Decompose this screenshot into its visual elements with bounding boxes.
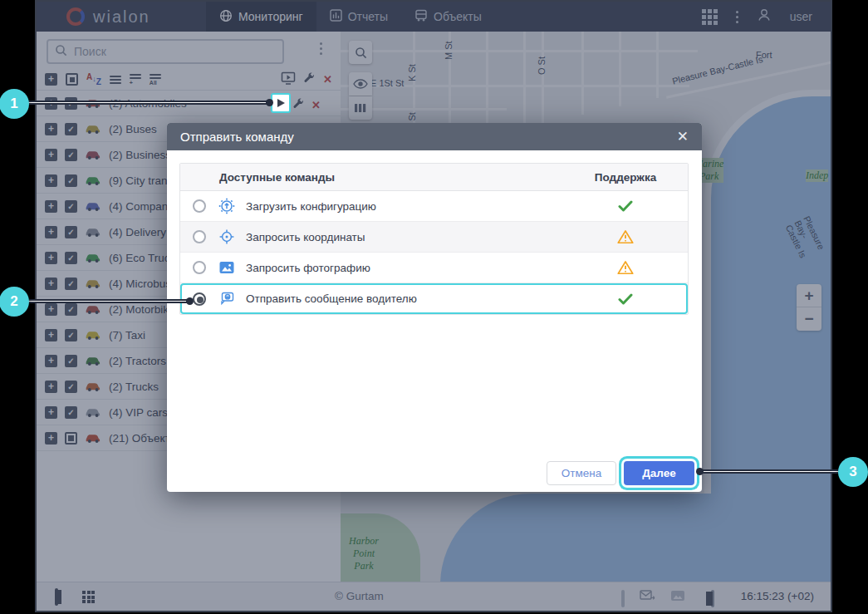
commands-table: Доступные команды Поддержка Загрузить ко… <box>179 163 689 315</box>
send-command-dialog: Отправить команду ✕ Доступные команды По… <box>167 123 702 492</box>
query-position-icon <box>218 228 235 245</box>
support-check-icon <box>563 200 688 212</box>
dialog-header: Отправить команду ✕ <box>167 123 702 150</box>
dialog-title: Отправить команду <box>180 130 294 144</box>
commands-table-header: Доступные команды Поддержка <box>180 164 688 191</box>
play-icon <box>277 99 285 107</box>
callout-badge-3: 3 <box>838 457 868 487</box>
callout-dot-3 <box>696 468 704 475</box>
query-photo-icon <box>218 259 235 276</box>
command-row[interactable]: Запросить координаты <box>180 222 688 253</box>
support-warning-icon <box>563 229 688 244</box>
command-radio-selected[interactable] <box>193 292 206 306</box>
cancel-button[interactable]: Отмена <box>547 461 616 485</box>
screenshot-stage: wialon МониторингОтчетыОбъекты user Поис… <box>0 0 868 614</box>
upload-config-icon <box>218 198 235 214</box>
callout-line-2 <box>12 299 188 303</box>
command-radio[interactable] <box>193 230 206 243</box>
support-check-icon <box>563 293 688 305</box>
command-label: Запросить фотографию <box>246 262 563 274</box>
support-column-header: Поддержка <box>563 171 688 184</box>
callout-dot-1 <box>266 99 273 106</box>
send-command-button[interactable] <box>271 93 291 113</box>
command-radio[interactable] <box>193 261 206 274</box>
support-warning-icon <box>563 260 688 275</box>
commands-column-header: Доступные команды <box>180 171 563 184</box>
command-row[interactable]: Отправить сообщение водителю <box>180 283 688 314</box>
command-label: Запросить координаты <box>246 231 563 243</box>
command-label: Загрузить конфигурацию <box>246 200 563 213</box>
callout-line-1 <box>12 101 270 105</box>
callout-dot-2 <box>186 297 194 305</box>
command-row[interactable]: Запросить фотографию <box>180 253 688 283</box>
command-label: Отправить сообщение водителю <box>246 292 563 305</box>
command-row[interactable]: Загрузить конфигурацию <box>180 191 688 222</box>
callout-badge-1: 1 <box>0 89 29 119</box>
callout-line-3 <box>699 469 841 474</box>
command-radio[interactable] <box>193 199 206 213</box>
next-button[interactable]: Далее <box>624 461 694 485</box>
close-icon[interactable]: ✕ <box>677 130 689 144</box>
callout-badge-2: 2 <box>0 287 29 317</box>
driver-message-icon <box>218 291 235 307</box>
